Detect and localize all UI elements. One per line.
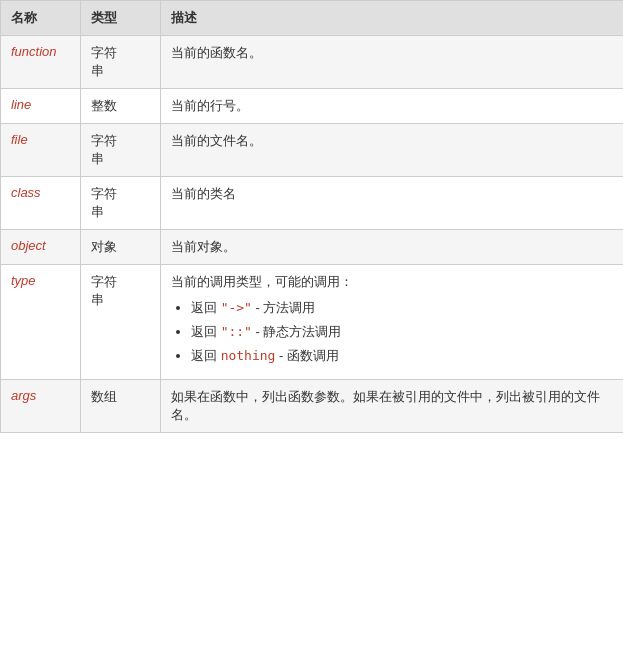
code-value: "::"	[221, 324, 252, 339]
header-name: 名称	[1, 1, 81, 36]
main-table: 名称 类型 描述 function字符串当前的函数名。line整数当前的行号。f…	[0, 0, 623, 433]
desc-cell: 如果在函数中，列出函数参数。如果在被引用的文件中，列出被引用的文件名。	[161, 380, 624, 433]
name-cell: function	[1, 36, 81, 89]
name-cell: object	[1, 230, 81, 265]
table-row: function字符串当前的函数名。	[1, 36, 624, 89]
desc-cell: 当前的文件名。	[161, 124, 624, 177]
desc-text: 当前的行号。	[171, 98, 249, 113]
desc-cell: 当前的类名	[161, 177, 624, 230]
table-row: args数组如果在函数中，列出函数参数。如果在被引用的文件中，列出被引用的文件名…	[1, 380, 624, 433]
name-cell: file	[1, 124, 81, 177]
desc-cell: 当前的函数名。	[161, 36, 624, 89]
table-row: object对象当前对象。	[1, 230, 624, 265]
type-cell: 字符串	[81, 177, 161, 230]
list-item: 返回 nothing - 函数调用	[191, 347, 613, 365]
type-cell: 字符串	[81, 36, 161, 89]
type-cell: 整数	[81, 89, 161, 124]
list-item: 返回 "->" - 方法调用	[191, 299, 613, 317]
type-cell: 字符串	[81, 265, 161, 380]
desc-text: 当前的类名	[171, 186, 236, 201]
name-cell: line	[1, 89, 81, 124]
type-cell: 字符串	[81, 124, 161, 177]
desc-cell: 当前对象。	[161, 230, 624, 265]
code-value: nothing	[221, 348, 276, 363]
table-row: line整数当前的行号。	[1, 89, 624, 124]
name-cell: type	[1, 265, 81, 380]
desc-text: 当前的调用类型，可能的调用：	[171, 274, 353, 289]
name-cell: class	[1, 177, 81, 230]
list-item: 返回 "::" - 静态方法调用	[191, 323, 613, 341]
table-row: file字符串当前的文件名。	[1, 124, 624, 177]
table-row: type字符串当前的调用类型，可能的调用：返回 "->" - 方法调用返回 ":…	[1, 265, 624, 380]
code-value: "->"	[221, 300, 252, 315]
name-cell: args	[1, 380, 81, 433]
desc-text: 如果在函数中，列出函数参数。如果在被引用的文件中，列出被引用的文件名。	[171, 389, 600, 422]
header-type: 类型	[81, 1, 161, 36]
desc-text: 当前的文件名。	[171, 133, 262, 148]
table-row: class字符串当前的类名	[1, 177, 624, 230]
desc-text: 当前对象。	[171, 239, 236, 254]
header-desc: 描述	[161, 1, 624, 36]
type-list: 返回 "->" - 方法调用返回 "::" - 静态方法调用返回 nothing…	[191, 299, 613, 365]
desc-text: 当前的函数名。	[171, 45, 262, 60]
desc-cell: 当前的调用类型，可能的调用：返回 "->" - 方法调用返回 "::" - 静态…	[161, 265, 624, 380]
type-cell: 数组	[81, 380, 161, 433]
table-header-row: 名称 类型 描述	[1, 1, 624, 36]
type-cell: 对象	[81, 230, 161, 265]
desc-cell: 当前的行号。	[161, 89, 624, 124]
